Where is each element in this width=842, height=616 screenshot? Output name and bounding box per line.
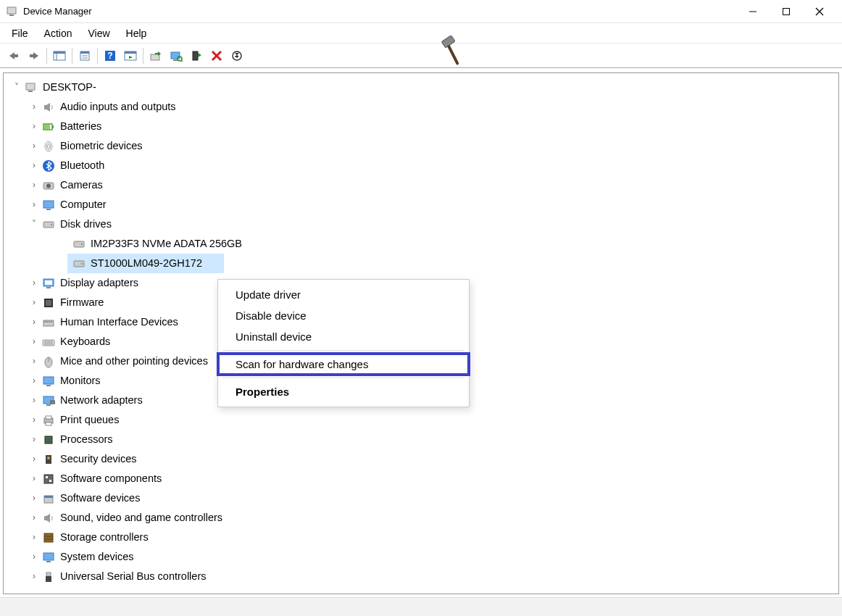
expand-toggle[interactable]: › [28,493,40,503]
expand-toggle[interactable]: › [28,571,40,581]
svg-point-45 [51,224,52,225]
toolbar-forward-button[interactable] [25,46,43,65]
tree-category[interactable]: › Print queues [7,410,835,430]
toolbar-uninstall-button[interactable] [207,46,226,65]
toolbar-properties-button[interactable] [75,46,94,65]
menubar: File Action View Help [0,23,842,43]
svg-rect-86 [43,553,54,560]
expand-toggle[interactable]: › [28,532,40,542]
svg-rect-51 [45,280,52,285]
menu-help[interactable]: Help [120,26,153,41]
tree-category[interactable]: › Biometric devices [7,136,835,156]
tree-category-label: Audio inputs and outputs [59,100,178,114]
fingerprint-icon [41,139,56,154]
tree-category[interactable]: › Software components [7,469,835,488]
tree-root-node[interactable]: ˅ DESKTOP- [7,78,835,97]
expand-toggle[interactable]: ˅ [11,82,22,92]
svg-rect-3 [783,8,790,14]
tree-category[interactable]: › Sound, video and game controllers [7,508,835,528]
expand-toggle[interactable]: › [28,297,40,307]
tree-category[interactable]: › Audio inputs and outputs [7,97,835,117]
hid-icon [41,315,56,330]
tree-category[interactable]: › System devices [7,547,835,567]
expand-toggle[interactable]: › [28,141,40,151]
svg-rect-83 [44,533,53,542]
tree-category[interactable]: › Processors [7,430,835,449]
expand-toggle[interactable]: › [28,101,40,112]
tree-category[interactable]: › Software devices [7,488,835,508]
expand-toggle[interactable]: › [28,512,40,523]
context-menu-uninstall-device[interactable]: Uninstall device [218,326,469,347]
context-menu-update-driver[interactable]: Update driver [218,284,469,305]
expand-toggle[interactable]: › [28,473,40,483]
toolbar: ? [0,43,842,68]
context-menu-disable-device[interactable]: Disable device [218,305,469,326]
toolbar-enable-device-button[interactable] [187,46,206,65]
tree-category[interactable]: ˅ Disk drives [7,215,835,234]
tree-category-label: Sound, video and game controllers [59,511,224,525]
tree-category[interactable]: › Computer [7,195,835,215]
tree-category[interactable]: › Security devices [7,449,835,469]
svg-rect-72 [46,416,51,419]
minimize-button[interactable] [736,0,770,23]
tree-category-label: Disk drives [59,217,113,231]
sound-icon [41,511,56,525]
menu-file[interactable]: File [6,26,34,41]
svg-rect-0 [7,7,16,14]
storage-icon [41,530,56,545]
svg-rect-89 [46,576,51,582]
tree-category[interactable]: › Cameras [7,175,835,195]
monitor-icon [41,198,56,212]
monitor-icon [41,374,56,388]
svg-rect-42 [43,201,54,208]
maximize-button[interactable] [770,0,803,23]
toolbar-scan-changes-button[interactable] [228,46,246,65]
svg-rect-66 [43,377,54,384]
tree-category-label: Storage controllers [59,530,150,544]
svg-rect-67 [46,385,51,386]
tree-category[interactable]: › Universal Serial Bus controllers [7,567,835,586]
toolbar-help-button[interactable]: ? [101,46,120,65]
expand-toggle[interactable]: › [28,434,40,444]
expand-toggle[interactable]: › [28,336,40,346]
svg-rect-59 [51,321,52,322]
cpu-icon [41,433,56,447]
expand-toggle[interactable]: › [28,375,40,386]
svg-rect-73 [46,423,51,425]
keyboard-icon [41,335,56,349]
expand-toggle[interactable]: ˅ [28,219,40,229]
expand-toggle[interactable]: › [28,199,40,209]
tree-device[interactable]: IM2P33F3 NVMe ADATA 256GB [7,234,835,254]
toolbar-scan-hardware-button[interactable] [167,46,186,65]
menu-view[interactable]: View [82,26,115,41]
tree-device-selected[interactable]: ST1000LM049-2GH172 [7,254,835,273]
expand-toggle[interactable]: › [28,121,40,131]
context-menu-scan-hardware[interactable]: Scan for hardware changes [218,354,469,375]
expand-toggle[interactable]: › [28,552,40,562]
tree-category[interactable]: › Bluetooth [7,156,835,175]
tree-category[interactable]: › Batteries [7,117,835,136]
expand-toggle[interactable]: › [28,180,40,190]
toolbar-update-driver-button[interactable] [146,46,165,65]
expand-toggle[interactable]: › [28,395,40,405]
camera-icon [41,178,56,193]
toolbar-show-hidden-button[interactable] [121,46,140,65]
toolbar-back-button[interactable] [4,46,23,65]
tree-category[interactable]: › Storage controllers [7,528,835,547]
menu-action[interactable]: Action [38,26,78,41]
close-button[interactable] [803,0,836,23]
expand-toggle[interactable]: › [28,317,40,327]
window-controls [736,0,836,23]
expand-toggle[interactable]: › [28,278,40,288]
expand-toggle[interactable]: › [28,160,40,170]
expand-toggle[interactable]: › [28,356,40,366]
context-menu-properties[interactable]: Properties [218,381,469,402]
expand-toggle[interactable]: › [28,454,40,464]
tree-category-label: Monitors [59,374,102,388]
titlebar: Device Manager [0,0,842,23]
toolbar-show-hide-tree-button[interactable] [50,46,69,65]
speaker-icon [41,100,56,115]
expand-toggle[interactable]: › [28,415,40,425]
tree-category-label: System devices [59,550,136,564]
disk-icon [72,237,86,251]
